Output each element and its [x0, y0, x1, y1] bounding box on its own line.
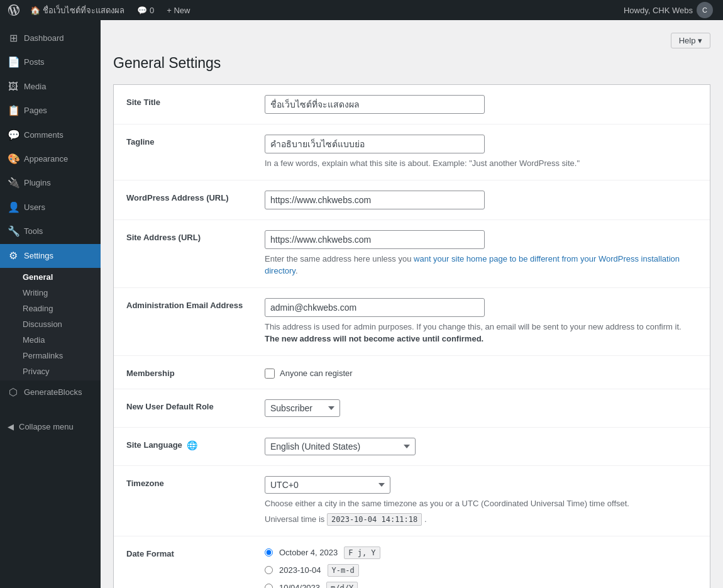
site-title-input[interactable] — [265, 95, 485, 114]
membership-checkbox[interactable] — [265, 369, 275, 379]
membership-checkbox-label[interactable]: Anyone can register — [280, 369, 353, 378]
language-icon: 🌐 — [187, 440, 197, 450]
date-format-label-2[interactable]: 2023-10-04 — [279, 565, 321, 575]
new-label: + New — [167, 6, 190, 15]
wp-address-row: WordPress Address (URL) — [114, 180, 710, 220]
home-icon: 🏠 — [30, 6, 40, 15]
sidebar-item-comments[interactable]: 💬 Comments — [0, 123, 101, 147]
date-format-radio-1[interactable] — [265, 548, 273, 557]
timezone-label: Timezone — [126, 476, 265, 488]
sidebar-item-posts[interactable]: 📄 Posts — [0, 50, 101, 74]
admin-email-field: This address is used for admin purposes.… — [265, 298, 697, 345]
date-format-label: Date Format — [126, 546, 265, 558]
wp-address-input[interactable] — [265, 191, 485, 209]
sidebar-item-label: Appearance — [24, 153, 68, 165]
site-language-row: Site Language 🌐 English (United States) … — [114, 428, 710, 466]
help-button[interactable]: Help ▾ — [671, 33, 710, 48]
howdy-text[interactable]: Howdy, CHK Webs C — [619, 0, 718, 20]
sidebar-item-label: Comments — [24, 130, 63, 141]
sidebar-item-plugins[interactable]: 🔌 Plugins — [0, 171, 101, 195]
comments-bar-item[interactable]: 💬 0 — [132, 0, 159, 20]
home-bar-item[interactable]: 🏠 ชื่อเว็บไซต์ที่จะแสดงผล — [25, 0, 130, 20]
wp-logo-icon[interactable] — [5, 0, 23, 20]
new-user-role-row: New User Default Role Subscriber Contrib… — [114, 389, 710, 428]
date-format-code-2: Y-m-d — [328, 564, 359, 577]
site-address-field: Enter the same address here unless you w… — [265, 230, 697, 277]
site-language-select[interactable]: English (United States) Thai French Germ… — [265, 438, 416, 455]
site-address-desc: Enter the same address here unless you w… — [265, 253, 697, 277]
timezone-desc: Choose either a city in the same timezon… — [265, 497, 697, 510]
posts-icon: 📄 — [8, 55, 19, 69]
sidebar-item-dashboard[interactable]: ⊞ Dashboard — [0, 26, 101, 50]
site-address-desc-pre: Enter the same address here unless you — [265, 254, 414, 263]
settings-form: Site Title Tagline In a few words, expla… — [113, 84, 710, 588]
admin-email-row: Administration Email Address This addres… — [114, 288, 710, 356]
main-content: Help ▾ General Settings Site Title Tagli… — [101, 20, 723, 588]
submenu-discussion[interactable]: Discussion — [0, 316, 101, 332]
sidebar-item-generateblocks[interactable]: ⬡ GenerateBlocks — [0, 380, 101, 404]
tools-icon: 🔧 — [8, 225, 19, 238]
timezone-row: Timezone UTC+0 UTC+7 UTC-5 UTC+8 UTC+9 C… — [114, 466, 710, 536]
site-address-row: Site Address (URL) Enter the same addres… — [114, 220, 710, 288]
membership-field: Anyone can register — [265, 366, 697, 379]
sidebar-item-label: GenerateBlocks — [24, 387, 82, 398]
generateblocks-icon: ⬡ — [8, 386, 19, 399]
wp-address-field — [265, 191, 697, 209]
collapse-menu-button[interactable]: ◀ Collapse menu — [0, 417, 101, 436]
date-format-row: Date Format October 4, 2023 F j, Y 2023-… — [114, 536, 710, 589]
admin-email-input[interactable] — [265, 298, 485, 317]
site-name: ชื่อเว็บไซต์ที่จะแสดงผล — [43, 4, 124, 17]
tagline-field: In a few words, explain what this site i… — [265, 135, 697, 170]
tagline-input[interactable] — [265, 135, 485, 153]
sidebar-item-label: Settings — [24, 250, 53, 262]
membership-label: Membership — [126, 366, 265, 378]
date-format-radio-3[interactable] — [265, 584, 273, 588]
help-bar: Help ▾ — [113, 33, 710, 48]
sidebar-item-pages[interactable]: 📋 Pages — [0, 99, 101, 123]
date-format-code-3: m/d/Y — [326, 582, 358, 589]
wp-address-label: WordPress Address (URL) — [126, 191, 265, 202]
sidebar-item-users[interactable]: 👤 Users — [0, 196, 101, 219]
appearance-icon: 🎨 — [8, 152, 19, 166]
sidebar-item-settings[interactable]: ⚙ Settings — [0, 244, 101, 268]
date-format-radio-2[interactable] — [265, 566, 273, 574]
site-language-label: Site Language 🌐 — [126, 438, 265, 451]
sidebar-item-label: Posts — [24, 57, 45, 68]
site-title-row: Site Title — [114, 85, 710, 125]
sidebar-item-tools[interactable]: 🔧 Tools — [0, 219, 101, 243]
tagline-desc: In a few words, explain what this site i… — [265, 157, 697, 170]
page-title: General Settings — [113, 55, 710, 72]
site-title-field — [265, 95, 697, 114]
sidebar-item-appearance[interactable]: 🎨 Appearance — [0, 147, 101, 171]
sidebar-item-label: Users — [24, 202, 45, 213]
sidebar: ⊞ Dashboard 📄 Posts 🖼 Media 📋 Pages 💬 Co… — [0, 20, 101, 588]
new-bar-item[interactable]: + New — [162, 0, 195, 20]
date-format-label-3[interactable]: 10/04/2023 — [279, 583, 320, 588]
submenu-writing[interactable]: Writing — [0, 285, 101, 301]
submenu-permalinks[interactable]: Permalinks — [0, 348, 101, 363]
submenu-media[interactable]: Media — [0, 332, 101, 348]
site-address-input[interactable] — [265, 230, 485, 249]
new-user-role-select[interactable]: Subscriber Contributor Author Editor Adm… — [265, 399, 340, 417]
collapse-icon: ◀ — [8, 422, 14, 431]
media-icon: 🖼 — [8, 80, 19, 94]
comments-icon: 💬 — [8, 128, 19, 142]
sidebar-item-label: Media — [24, 81, 46, 92]
avatar: C — [697, 2, 713, 18]
sidebar-item-media[interactable]: 🖼 Media — [0, 75, 101, 99]
membership-checkbox-row: Anyone can register — [265, 369, 697, 379]
comments-count: 0 — [150, 6, 154, 15]
comments-icon: 💬 — [137, 6, 147, 15]
timezone-select[interactable]: UTC+0 UTC+7 UTC-5 UTC+8 UTC+9 — [265, 476, 390, 494]
date-format-label-1[interactable]: October 4, 2023 — [279, 548, 338, 557]
submenu-privacy[interactable]: Privacy — [0, 363, 101, 379]
submenu-reading[interactable]: Reading — [0, 301, 101, 316]
settings-submenu: General Writing Reading Discussion Media… — [0, 268, 101, 380]
universal-time-desc: Universal time is 2023-10-04 14:11:18 . — [265, 513, 697, 526]
adminbar-right: Howdy, CHK Webs C — [619, 0, 718, 20]
plugins-icon: 🔌 — [8, 176, 19, 190]
settings-icon: ⚙ — [8, 249, 19, 263]
submenu-general[interactable]: General — [0, 269, 101, 285]
timezone-field: UTC+0 UTC+7 UTC-5 UTC+8 UTC+9 Choose eit… — [265, 476, 697, 526]
admin-email-bold: The new address will not become active u… — [265, 334, 483, 343]
